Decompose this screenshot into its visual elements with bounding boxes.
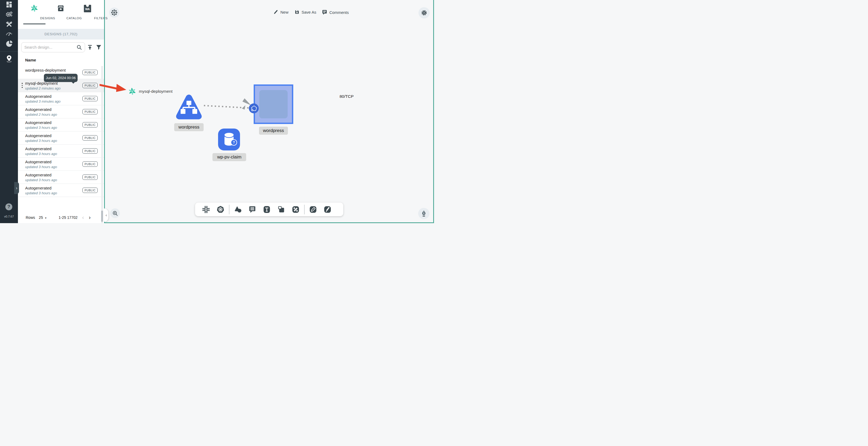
design-updated: updated 3 hours ago (25, 126, 57, 130)
toolbar-divider (229, 205, 229, 214)
performance-gauge-icon[interactable] (0, 31, 18, 36)
pen-tool-icon[interactable] (306, 206, 320, 213)
panel-canvas-divider[interactable] (104, 0, 105, 223)
mesh-icon (111, 9, 118, 16)
design-canvas[interactable]: New Save As Comments Actions ▼ Share (105, 0, 433, 222)
comments-button[interactable]: Comments (322, 10, 349, 15)
updated-date-tooltip: Jun 02, 2024 00:06 (44, 74, 78, 82)
save-as-label: Save As (302, 10, 316, 14)
visibility-badge: PUBLIC (83, 148, 98, 153)
pagination-bar: Rows 25▼ 1-25 17702 ‹ › (18, 213, 104, 222)
design-list-item[interactable]: Autogenerated updated 2 hours ago PUBLIC (18, 105, 104, 118)
caret-down-icon: ▼ (45, 217, 47, 219)
lifecycle-gears-icon[interactable] (0, 11, 18, 18)
prev-page-button[interactable]: ‹ (82, 214, 84, 220)
pen-mode-button[interactable] (418, 208, 430, 219)
expand-sidebar-handle[interactable]: › (14, 182, 19, 194)
brush-tool-icon[interactable] (320, 206, 335, 213)
tab-catalog[interactable]: CATALOG (48, 0, 74, 26)
app-version: v0.7.67 (0, 215, 18, 218)
mesh-overview-button[interactable] (109, 7, 119, 18)
visibility-badge: PUBLIC (83, 83, 98, 88)
component-tool-icon[interactable] (199, 206, 213, 213)
designs-count-header: DESIGNS (17,702) (18, 29, 104, 39)
pagination-range: 1-25 17702 (59, 215, 78, 220)
designs-list: wordpress-deployment PUBLIC mysql-deploy… (18, 66, 104, 197)
column-header-name: Name (25, 58, 36, 62)
shapes-tool-icon[interactable] (230, 206, 245, 213)
pen-nib-icon (421, 210, 427, 217)
pvc-question-badge: ? (230, 139, 237, 146)
design-list-item[interactable]: Autogenerated updated 3 hours ago PUBLIC (18, 171, 104, 184)
filter-funnel-icon[interactable] (96, 45, 101, 50)
search-icon[interactable] (76, 45, 82, 50)
search-input[interactable] (21, 42, 85, 53)
drag-preview-label: mysql-deployment (139, 89, 173, 94)
deployment-inner-container (259, 90, 288, 118)
extensions-icon[interactable] (0, 40, 18, 47)
publish-upload-icon[interactable] (87, 44, 93, 50)
design-updated: updated 3 minutes ago (25, 99, 60, 103)
design-list-item[interactable]: Autogenerated updated 3 hours ago PUBLIC (18, 144, 104, 158)
help-icon[interactable]: ? (5, 203, 12, 210)
kubernetes-tool-icon[interactable] (213, 206, 228, 213)
design-name: Autogenerated (25, 173, 51, 177)
node-deployment-wordpress[interactable] (254, 84, 293, 124)
active-tab-underline (23, 24, 45, 24)
design-name: Autogenerated (25, 160, 51, 164)
visibility-badge: PUBLIC (83, 109, 98, 114)
text-tool-icon[interactable] (259, 206, 274, 213)
settings-button[interactable] (418, 7, 430, 19)
zoom-in-icon (113, 211, 118, 216)
visibility-badge: PUBLIC (83, 96, 98, 101)
node-pvc-wp-pv-claim[interactable]: ? (218, 129, 240, 150)
design-list-item[interactable]: Autogenerated updated 3 hours ago PUBLIC (18, 132, 104, 144)
zoom-in-button[interactable] (110, 208, 120, 218)
pod-pentagon-icon (250, 104, 258, 112)
configuration-wrenches-icon[interactable] (0, 21, 18, 28)
relationship-tool-icon[interactable] (288, 206, 303, 213)
node-service-label: wordpress (174, 123, 204, 131)
section-tool-icon[interactable] (274, 206, 288, 213)
designs-spiral-icon (30, 4, 38, 12)
design-name: Autogenerated (25, 133, 51, 138)
drag-arrow (99, 82, 129, 94)
rows-per-page-select[interactable]: 25▼ (39, 215, 47, 220)
design-updated: updated 2 hours ago (25, 112, 57, 116)
tab-filters[interactable]: WA FILTERS (74, 0, 101, 26)
node-deployment-label: wordpress (259, 127, 288, 135)
design-list-item[interactable]: Autogenerated updated 3 hours ago PUBLIC (18, 184, 104, 197)
visibility-badge: PUBLIC (83, 162, 98, 167)
design-updated: updated 3 hours ago (25, 191, 57, 195)
pod-badge[interactable] (249, 103, 259, 113)
rail-divider (0, 51, 18, 52)
filters-wasm-icon: WA (84, 4, 91, 12)
design-name: Autogenerated (25, 120, 51, 125)
new-button[interactable]: New (274, 10, 288, 14)
visibility-badge: PUBLIC (83, 187, 98, 193)
catalog-archive-icon (57, 4, 65, 12)
row-menu-icon[interactable] (21, 83, 24, 88)
canvas-tool-palette (195, 203, 343, 216)
design-name: Autogenerated (25, 146, 51, 151)
toolbar-divider (304, 205, 305, 214)
node-pvc-label: wp-pv-claim (213, 153, 246, 161)
new-label: New (280, 10, 288, 14)
tab-designs[interactable]: DESIGNS (21, 0, 48, 26)
designs-panel: DESIGNS CATALOG WA FILTERS DESIGNS (17,7… (18, 0, 104, 223)
design-name: Autogenerated (25, 186, 51, 190)
design-list-item[interactable]: Autogenerated updated 3 minutes ago PUBL… (18, 92, 104, 105)
design-list-item[interactable]: Autogenerated updated 3 hours ago PUBLIC (18, 158, 104, 171)
next-page-button[interactable]: › (89, 214, 91, 220)
design-updated: updated 3 hours ago (25, 152, 57, 156)
drag-preview-spiral-icon (128, 88, 136, 95)
design-list-item[interactable]: Autogenerated updated 3 hours ago PUBLIC (18, 118, 104, 132)
comment-tool-icon[interactable] (245, 206, 259, 213)
save-as-button[interactable]: Save As (294, 10, 316, 14)
design-updated: updated 3 hours ago (25, 139, 57, 143)
kanvas-pin-icon[interactable] (0, 55, 18, 63)
dashboard-icon[interactable] (0, 2, 18, 7)
node-service-wordpress[interactable] (174, 93, 204, 120)
canvas-right-border (433, 0, 434, 223)
visibility-badge: PUBLIC (83, 174, 98, 180)
